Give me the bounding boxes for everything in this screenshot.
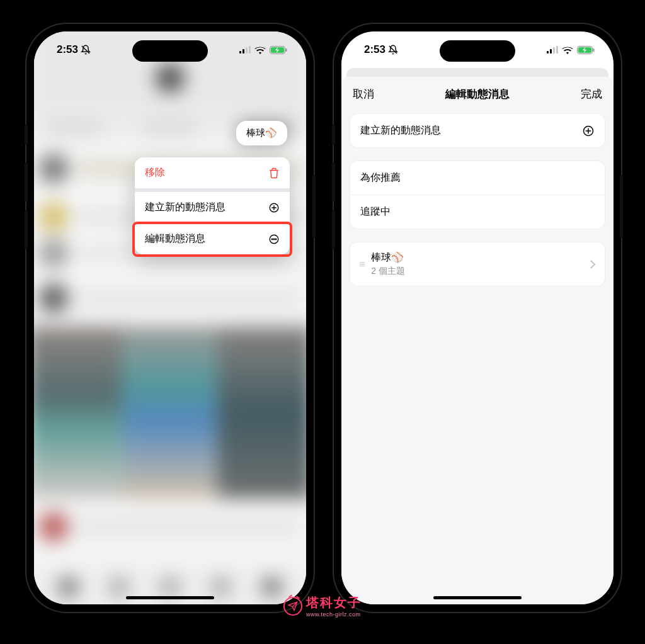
default-feeds-card: 為你推薦 追蹤中 [350, 161, 605, 229]
svg-rect-16 [547, 51, 549, 54]
status-time: 2:53 [364, 43, 385, 56]
svg-rect-19 [556, 46, 558, 54]
plus-circle-icon [268, 202, 280, 213]
volume-down-button [332, 210, 335, 249]
feed-pill[interactable]: 棒球⚾ [236, 121, 287, 145]
row-label: 追蹤中 [360, 205, 391, 218]
dynamic-island [440, 40, 515, 62]
drag-handle-icon[interactable]: ≡ [359, 259, 363, 270]
bell-off-icon [81, 45, 91, 55]
feed-subtitle: 2 個主題 [371, 266, 405, 277]
wifi-icon [562, 46, 573, 54]
side-button [332, 125, 335, 145]
row-label: 建立新的動態消息 [360, 124, 441, 137]
home-indicator[interactable] [433, 596, 522, 599]
cellular-icon [239, 46, 251, 54]
volume-up-button [25, 162, 28, 201]
menu-item-edit[interactable]: 編輯動態消息 [135, 223, 290, 254]
screen-left: 2:53 [34, 31, 306, 604]
svg-rect-18 [553, 47, 555, 54]
volume-up-button [332, 162, 335, 201]
volume-down-button [25, 210, 28, 249]
svg-rect-3 [246, 47, 248, 54]
plus-circle-icon [582, 125, 595, 137]
create-feed-card: 建立新的動態消息 [350, 114, 605, 147]
svg-rect-2 [243, 49, 244, 54]
cellular-icon [547, 46, 558, 54]
sheet-header: 取消 編輯動態消息 完成 [341, 77, 614, 109]
watermark-title: 塔科女子 [306, 594, 362, 611]
watermark-url: www.tech-girlz.com [306, 611, 362, 618]
menu-item-label: 編輯動態消息 [145, 232, 205, 246]
svg-rect-7 [286, 48, 287, 52]
battery-charging-icon [577, 46, 595, 54]
feed-pill-label: 棒球⚾ [246, 127, 277, 138]
menu-item-label: 移除 [145, 166, 165, 179]
svg-rect-4 [249, 46, 251, 54]
menu-item-create[interactable]: 建立新的動態消息 [135, 192, 290, 223]
context-menu-overlay[interactable]: 棒球⚾ 移除 建立新的動態消息 編輯動態消息 [34, 31, 306, 604]
watermark-logo-icon [283, 597, 302, 616]
svg-point-12 [271, 239, 273, 240]
svg-rect-22 [593, 48, 595, 52]
watermark: 塔科女子 www.tech-girlz.com [283, 594, 362, 618]
svg-point-13 [273, 239, 275, 240]
cancel-button[interactable]: 取消 [353, 87, 374, 101]
for-you-row[interactable]: 為你推薦 [350, 161, 605, 195]
chevron-right-icon [590, 259, 596, 269]
screen-right: 2:53 取消 編輯動態消息 [341, 31, 614, 604]
following-row[interactable]: 追蹤中 [350, 195, 605, 229]
status-time: 2:53 [57, 43, 78, 56]
trash-icon [268, 167, 280, 179]
phone-frame-left: 2:53 [26, 24, 314, 612]
side-button [25, 125, 28, 145]
svg-point-14 [275, 239, 277, 240]
create-feed-row[interactable]: 建立新的動態消息 [350, 114, 605, 147]
context-menu: 移除 建立新的動態消息 編輯動態消息 [135, 157, 290, 254]
bell-off-icon [388, 45, 398, 55]
feed-name: 棒球⚾ [371, 251, 405, 264]
dynamic-island [132, 40, 208, 62]
edit-feeds-sheet: 取消 編輯動態消息 完成 建立新的動態消息 為你推薦 [341, 77, 614, 604]
done-button[interactable]: 完成 [581, 87, 602, 101]
menu-item-remove[interactable]: 移除 [135, 157, 290, 188]
svg-rect-1 [239, 51, 241, 54]
wifi-icon [254, 46, 266, 54]
home-indicator[interactable] [126, 596, 214, 599]
row-label: 為你推薦 [360, 171, 401, 184]
custom-feeds-card: ≡ 棒球⚾ 2 個主題 [350, 242, 605, 286]
phone-frame-right: 2:53 取消 編輯動態消息 [334, 24, 621, 612]
power-button [620, 175, 623, 238]
sheet-title: 編輯動態消息 [445, 87, 510, 101]
battery-charging-icon [270, 46, 287, 54]
custom-feed-row[interactable]: ≡ 棒球⚾ 2 個主題 [350, 242, 605, 286]
menu-item-label: 建立新的動態消息 [145, 201, 225, 214]
svg-rect-17 [550, 49, 552, 54]
power-button [312, 175, 316, 238]
ellipsis-circle-icon [268, 234, 280, 245]
